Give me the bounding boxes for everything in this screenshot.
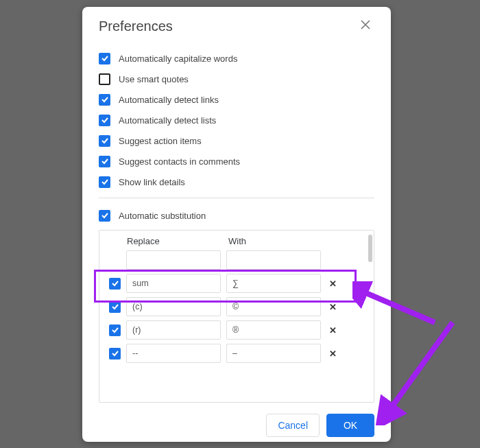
option-label: Suggest contacts in comments (119, 156, 240, 167)
substitution-row-blank (109, 250, 350, 270)
replace-input[interactable] (126, 297, 221, 316)
substitution-header: Replace With (109, 236, 350, 246)
delete-row-icon[interactable]: ✕ (325, 302, 340, 312)
substitution-row: ✕ (109, 274, 350, 293)
option-row: Suggest contacts in comments (99, 151, 374, 172)
replace-input[interactable] (126, 320, 221, 340)
replace-input[interactable] (126, 274, 221, 293)
option-row: Automatically detect lists (99, 110, 374, 130)
auto-substitution-option: Automatic substitution (99, 205, 374, 226)
delete-row-icon[interactable]: ✕ (325, 279, 340, 289)
substitution-row: ✕ (109, 344, 350, 363)
option-row: Automatically detect links (99, 89, 374, 110)
dialog-titlebar: Preferences (99, 7, 374, 45)
with-input[interactable] (226, 297, 321, 316)
option-label: Automatically detect lists (119, 115, 216, 126)
with-input[interactable] (226, 274, 321, 293)
replace-input[interactable] (126, 250, 221, 270)
option-label: Automatically capitalize words (119, 54, 237, 64)
option-row: Automatically capitalize words (99, 48, 374, 69)
ok-button[interactable]: OK (326, 414, 374, 437)
close-icon[interactable] (357, 17, 374, 35)
option-label: Automatically detect links (119, 95, 219, 105)
with-input[interactable] (226, 344, 321, 363)
option-checkbox[interactable] (99, 53, 110, 64)
substitution-table: Replace With ✕✕✕✕ (99, 230, 374, 403)
substitution-row: ✕ (109, 320, 350, 340)
svg-line-1 (391, 322, 453, 408)
substitution-checkbox[interactable] (109, 325, 121, 336)
option-label: Use smart quotes (119, 74, 189, 84)
option-row: Use smart quotes (99, 69, 374, 89)
with-input[interactable] (226, 320, 321, 340)
option-label: Show link details (119, 177, 185, 187)
replace-input[interactable] (126, 344, 221, 363)
delete-row-icon[interactable]: ✕ (325, 349, 340, 359)
delete-row-icon[interactable]: ✕ (325, 325, 340, 335)
replace-header: Replace (127, 236, 223, 246)
option-checkbox[interactable] (99, 115, 110, 126)
auto-substitution-label: Automatic substitution (119, 211, 206, 221)
option-label: Suggest action items (119, 136, 202, 146)
substitution-checkbox[interactable] (109, 348, 121, 359)
preferences-dialog: Preferences Automatically capitalize wor… (82, 7, 391, 442)
cancel-button[interactable]: Cancel (266, 414, 320, 437)
button-bar: Cancel OK (99, 414, 374, 437)
option-checkbox[interactable] (99, 94, 110, 106)
option-checkbox[interactable] (99, 135, 110, 147)
with-header: With (228, 236, 324, 246)
option-row: Suggest action items (99, 130, 374, 151)
substitution-checkbox[interactable] (109, 278, 121, 290)
dialog-title: Preferences (99, 19, 173, 34)
option-checkbox[interactable] (99, 73, 110, 85)
option-checkbox[interactable] (99, 156, 110, 167)
option-checkbox[interactable] (99, 176, 110, 188)
options-list: Automatically capitalize wordsUse smart … (99, 48, 374, 192)
substitution-row: ✕ (109, 297, 350, 316)
option-row: Show link details (99, 172, 374, 192)
scrollbar-thumb[interactable] (368, 235, 372, 262)
divider (99, 198, 374, 198)
with-input[interactable] (226, 250, 321, 270)
substitution-checkbox[interactable] (109, 301, 121, 313)
auto-substitution-checkbox[interactable] (99, 210, 110, 222)
